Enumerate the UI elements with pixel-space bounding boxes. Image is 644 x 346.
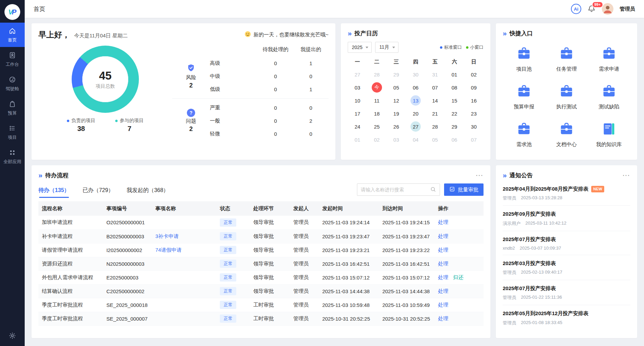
sidebar-item-home[interactable]: 首页 bbox=[0, 23, 25, 47]
batch-approve-button[interactable]: 批量审批 bbox=[444, 183, 484, 196]
calendar-cell: 11 bbox=[367, 94, 387, 107]
action-link-handle[interactable]: 处理 bbox=[438, 247, 448, 253]
initiator: 管理员 bbox=[290, 216, 319, 229]
search-input[interactable] bbox=[361, 187, 430, 192]
calendar-day[interactable]: 26 bbox=[391, 121, 401, 132]
calendar-day[interactable]: 31 bbox=[430, 69, 440, 80]
settings-gear-icon[interactable] bbox=[9, 332, 16, 341]
calendar-day[interactable]: 01 bbox=[449, 69, 460, 80]
sidebar-item-budget[interactable]: 预算 bbox=[0, 96, 25, 120]
notice-item[interactable]: 2025年05月到2025年12月投产安排表管理员2025-01-08 18:3… bbox=[503, 305, 630, 330]
chevron-down-icon bbox=[392, 47, 395, 48]
todo-tab-1[interactable]: 已办（729） bbox=[83, 187, 114, 198]
item-name-link[interactable]: 3补卡申请 bbox=[155, 233, 179, 239]
notice-item[interactable]: 2025年07月投产安排表xndb22025-03-07 10:09:37 bbox=[503, 231, 630, 255]
month-select[interactable]: 11月 bbox=[375, 42, 398, 53]
calendar-day[interactable]: 03 bbox=[391, 134, 401, 145]
today-badge[interactable]: 今 bbox=[372, 82, 382, 93]
briefcase-icon bbox=[559, 83, 574, 100]
calendar-day[interactable]: 16 bbox=[469, 95, 479, 106]
calendar-day[interactable]: 27 bbox=[352, 69, 362, 80]
notice-item[interactable]: 2025年07月投产安排表管理员2025-01-22 15:11:36 bbox=[503, 280, 630, 305]
calendar-day[interactable]: 02 bbox=[372, 134, 382, 145]
calendar-cell: 10 bbox=[348, 94, 367, 107]
calendar-day[interactable]: 14 bbox=[430, 95, 440, 106]
calendar-day[interactable]: 30 bbox=[469, 121, 479, 132]
more-icon[interactable]: ··· bbox=[476, 172, 484, 179]
calendar-day[interactable]: 28 bbox=[430, 121, 440, 132]
year-select[interactable]: 2025 bbox=[348, 42, 372, 53]
calendar-day[interactable]: 24 bbox=[352, 121, 362, 132]
calendar-day[interactable]: 09 bbox=[469, 82, 479, 93]
more-icon[interactable]: ··· bbox=[623, 172, 630, 179]
calendar-day[interactable]: 21 bbox=[430, 108, 440, 119]
action-link-handle[interactable]: 处理 bbox=[438, 315, 448, 321]
calendar-day[interactable]: 28 bbox=[372, 69, 382, 80]
calendar-day[interactable]: 03 bbox=[352, 82, 362, 93]
calendar-day[interactable]: 19 bbox=[391, 108, 401, 119]
quick-entry-item[interactable]: 文档中心 bbox=[545, 121, 588, 148]
notice-item[interactable]: 2025年04月到2025年08月投产安排表NEW管理员2025-03-13 1… bbox=[503, 181, 630, 206]
calendar-day[interactable]: 11 bbox=[372, 95, 382, 106]
action-link-handle[interactable]: 处理 bbox=[438, 219, 448, 225]
quick-entry-item[interactable]: 任务管理 bbox=[545, 46, 588, 72]
calendar-day[interactable]: 29 bbox=[449, 121, 460, 132]
quick-entry-item[interactable]: 测试缺陷 bbox=[588, 83, 630, 110]
calendar-day[interactable]: 29 bbox=[391, 69, 401, 80]
process-name: 结算确认流程 bbox=[38, 284, 103, 298]
quick-entry-label: 需求申请 bbox=[599, 66, 619, 72]
calendar-day[interactable]: 20 bbox=[410, 108, 421, 119]
calendar-day[interactable]: 22 bbox=[449, 108, 460, 119]
sidebar-item-project[interactable]: 项目 bbox=[0, 120, 25, 144]
action-link-return[interactable]: 归还 bbox=[453, 274, 463, 280]
calendar-day[interactable]: 23 bbox=[469, 108, 479, 119]
sidebar-item-cockpit[interactable]: 驾驶舱 bbox=[0, 71, 25, 96]
calendar-day[interactable]: 06 bbox=[410, 82, 421, 93]
weekday-label: 六 bbox=[445, 56, 464, 68]
quick-entry-item[interactable]: 我的知识库 bbox=[588, 121, 630, 148]
calendar-day[interactable]: 06 bbox=[449, 134, 460, 145]
calendar-day[interactable]: 25 bbox=[372, 121, 382, 132]
calendar-day[interactable]: 17 bbox=[352, 108, 362, 119]
todo-tab-2[interactable]: 我发起的（368） bbox=[127, 187, 169, 198]
calendar-day[interactable]: 05 bbox=[430, 134, 440, 145]
search-icon[interactable] bbox=[430, 186, 436, 193]
status: 正常 bbox=[216, 229, 250, 243]
notice-item[interactable]: 2025年03月投产安排表管理员2025-02-13 09:40:17 bbox=[503, 255, 630, 280]
calendar-day[interactable]: 12 bbox=[391, 95, 401, 106]
calendar-day[interactable]: 05 bbox=[391, 82, 401, 93]
quick-entry-item[interactable]: 预算申报 bbox=[503, 83, 545, 110]
notice-item[interactable]: 2025年09月投产安排表演示用户2025-03-11 10:42:12 bbox=[503, 206, 630, 231]
quick-entry-item[interactable]: 需求池 bbox=[503, 121, 545, 148]
calendar-day[interactable]: 15 bbox=[449, 95, 460, 106]
calendar-day[interactable]: 30 bbox=[410, 69, 421, 80]
avatar[interactable] bbox=[602, 3, 613, 15]
item-name-link[interactable]: 74请假申请 bbox=[155, 247, 182, 253]
app-logo[interactable]: VP bbox=[4, 4, 20, 20]
calendar-day[interactable]: 27 bbox=[410, 121, 421, 132]
sidebar-item-all-apps[interactable]: 全部应用 bbox=[0, 144, 25, 169]
calendar-day[interactable]: 18 bbox=[372, 108, 382, 119]
sidebar-item-workbench[interactable]: 工作台 bbox=[0, 47, 25, 71]
quick-entry-item[interactable]: 执行测试 bbox=[545, 83, 588, 110]
notifications-bell-icon[interactable]: 99+ bbox=[587, 4, 596, 13]
quick-entry-item[interactable]: 需求申请 bbox=[588, 46, 630, 72]
calendar-day[interactable]: 08 bbox=[449, 82, 460, 93]
ai-assistant-icon[interactable]: Ai bbox=[571, 4, 581, 14]
calendar-day[interactable]: 01 bbox=[352, 134, 362, 145]
sidebar-item-label: 驾驶舱 bbox=[6, 86, 19, 92]
calendar-day[interactable]: 10 bbox=[352, 95, 362, 106]
calendar-day[interactable]: 07 bbox=[430, 82, 440, 93]
action-link-handle[interactable]: 处理 bbox=[438, 288, 448, 294]
action-link-handle[interactable]: 处理 bbox=[438, 274, 448, 280]
notice-title-text: 2025年05月到2025年12月投产安排表 bbox=[503, 310, 588, 317]
action-link-handle[interactable]: 处理 bbox=[438, 261, 448, 266]
calendar-day[interactable]: 13 bbox=[410, 95, 421, 106]
action-link-handle[interactable]: 处理 bbox=[438, 302, 448, 308]
calendar-day[interactable]: 07 bbox=[469, 134, 479, 145]
quick-entry-item[interactable]: 项目池 bbox=[503, 46, 545, 72]
calendar-day[interactable]: 04 bbox=[410, 134, 421, 145]
todo-tab-0[interactable]: 待办（135） bbox=[38, 187, 70, 198]
calendar-day[interactable]: 02 bbox=[469, 69, 479, 80]
action-link-handle[interactable]: 处理 bbox=[438, 233, 448, 239]
